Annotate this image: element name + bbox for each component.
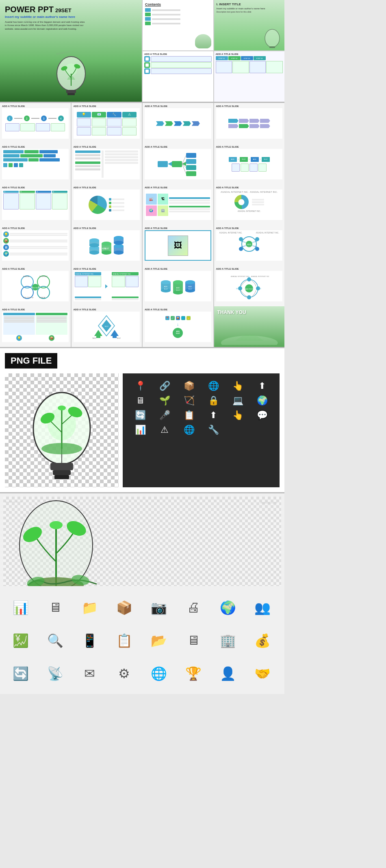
- slide-thumb-numbered-cards: ADD A TITLE SLIDE 01 02 03 04: [0, 184, 71, 225]
- thankyou-title: THANK YOU: [217, 310, 282, 315]
- color-icon-trophy: 🏆: [178, 658, 208, 689]
- svg-point-43: [255, 237, 259, 241]
- icon-leaf: 🌱: [154, 395, 175, 406]
- svg-point-83: [238, 286, 242, 290]
- svg-point-26: [89, 238, 99, 242]
- icon-box: 📦: [179, 381, 199, 391]
- slide-thumb-arrow-branches: ADD A TITLE SLIDE: [143, 144, 213, 184]
- contents-row-2: [145, 13, 211, 16]
- slide-thumb-thankyou: THANK YOU: [214, 306, 285, 347]
- svg-rect-2: [67, 93, 75, 95]
- hero-slide: POWER PPT 29SET Insert my subtitle or ma…: [0, 0, 142, 102]
- slides-row-4: ADD A TITLE SLIDE 💡 📦 🖥: [0, 225, 284, 266]
- svg-rect-14: [186, 159, 196, 164]
- contents-row-1: [145, 8, 211, 12]
- svg-rect-91: [96, 336, 100, 338]
- color-icon-folder: 📁: [74, 592, 105, 623]
- contents-title: Contents: [145, 2, 211, 7]
- svg-point-62: [161, 280, 171, 284]
- svg-point-72: [185, 280, 195, 284]
- slide-thumb-chevrons: ADD A TITLE SLIDE: [214, 103, 285, 144]
- color-icon-search: 🔍: [40, 625, 70, 656]
- svg-rect-101: [54, 475, 69, 479]
- svg-text:ASADAL INTERNET INC.: ASADAL INTERNET INC.: [231, 275, 249, 277]
- svg-text:ADD: ADD: [189, 286, 192, 288]
- slide-thumb-icon-grid: ADD A TITLE SLIDE 💡 📧 🔧 ⚠: [72, 103, 142, 144]
- svg-text:ASADAL: ASADAL: [39, 297, 46, 299]
- svg-rect-13: [186, 153, 196, 158]
- svg-point-117: [50, 521, 63, 529]
- color-icon-printer: 🖨: [178, 592, 208, 623]
- color-icon-sync: 🔄: [5, 658, 36, 689]
- svg-point-67: [173, 280, 183, 284]
- svg-text:ADD: ADD: [247, 243, 252, 246]
- color-icon-desktop: 🖥: [178, 625, 208, 656]
- svg-marker-90: [94, 330, 102, 336]
- right-slides-grid: Contents I. INSERT TITLE Insert my sub: [143, 0, 284, 102]
- icon-arrow: 🏹: [179, 395, 199, 406]
- svg-point-44: [239, 247, 243, 251]
- svg-rect-93: [113, 336, 117, 338]
- icon-location: 📍: [130, 381, 150, 391]
- icon-clipboard: 📋: [179, 410, 199, 421]
- slide-step-table: ADD A TITLE SLIDE STEP 01 STEP 02 STEP 0…: [214, 51, 285, 102]
- svg-rect-100: [53, 470, 71, 475]
- svg-point-45: [255, 247, 259, 251]
- svg-point-110: [41, 443, 82, 454]
- icon-lock: 🔒: [203, 395, 223, 406]
- svg-marker-92: [111, 330, 119, 336]
- color-icon-camera: 📷: [143, 592, 174, 623]
- color-icon-money: 💰: [247, 625, 278, 656]
- icon-refresh: 🔄: [130, 410, 150, 421]
- large-bulb-area: asadal.com asadal.com: [3, 497, 281, 586]
- svg-text:TEXT: TEXT: [188, 288, 193, 290]
- slide-thumb-cycle-diagram: ADD A TITLE SLIDE ASADAL INTERNET INC. A…: [214, 225, 285, 266]
- svg-text:TEXT: TEXT: [117, 337, 121, 339]
- svg-text:04: 04: [236, 288, 238, 290]
- svg-text:INTERNET: INTERNET: [39, 275, 48, 277]
- slide-contents: Contents: [143, 0, 213, 50]
- slide-thumb-image-boxes: ADD A TITLE SLIDE 🏭 🏗 🌍 🏢: [143, 184, 213, 225]
- svg-text:TEXT: TEXT: [104, 325, 109, 327]
- png-file-label: PNG FILE: [5, 353, 57, 369]
- slide-thumb-cycle-chart: ADD A TITLE SLIDE ASADAL INTERNET INC. A…: [214, 266, 285, 306]
- color-icon-box2: 📦: [109, 592, 139, 623]
- slides-row-5: ADD A TITLE SLIDE ADD TEXT ASADAL INTERN…: [0, 266, 284, 306]
- color-icon-monitor: 🖥: [40, 592, 70, 623]
- color-icon-mail: ✉: [74, 658, 105, 689]
- png-bulb-area: asadal.com: [5, 373, 119, 487]
- color-icon-mobile: 📱: [74, 625, 105, 656]
- svg-point-29: [102, 242, 111, 246]
- slide-table-list: ADD A TITLE SLIDE: [143, 51, 213, 102]
- svg-point-37: [114, 236, 124, 240]
- slide-thumb-text-boxes: ADD A TITLE SLIDE 💡: [0, 306, 71, 347]
- slide-thumb-donut-text: ADD A TITLE SLIDE ASADAL INTERNET INC. A…: [214, 184, 285, 225]
- icon-share: 🔗: [154, 381, 175, 391]
- svg-text:ADD TEXT: ADD TEXT: [31, 287, 39, 289]
- svg-text:ADD: ADD: [164, 286, 168, 288]
- slides-row-6: ADD A TITLE SLIDE 💡: [0, 306, 284, 347]
- svg-point-42: [239, 237, 243, 241]
- slide-thumb-arrow-table: ADD A TITLE SLIDE ASADAL INTERNET INC. A…: [72, 266, 142, 306]
- slide-thumb-add-text-center: ADD A TITLE SLIDE 📍 🔗 📦 🌐 👆 ↓ ADDTEXT: [143, 306, 213, 347]
- svg-text:TEXT: TEXT: [164, 288, 168, 290]
- color-icon-globe3: 🌍: [213, 592, 243, 623]
- svg-rect-8: [269, 46, 275, 48]
- icon-wrench: 🔧: [203, 425, 223, 435]
- slide-thumb-step-boxes: ADD A TITLE SLIDE ADD › TEXT › ADD › TEX…: [214, 144, 285, 184]
- slide-thumb-button-flow: ADD A TITLE SLIDE ADD TEXT ADD TEXT ADD …: [143, 266, 213, 306]
- icon-globe-hand: 🌐: [203, 381, 223, 391]
- icon-warning: ⚠: [154, 425, 175, 435]
- svg-text:ADD: ADD: [176, 287, 180, 289]
- color-icon-doc: 📋: [109, 625, 139, 656]
- icon-monitor: 🖥: [130, 395, 150, 406]
- color-icon-building: 🏢: [213, 625, 243, 656]
- svg-text:03: 03: [248, 297, 250, 299]
- svg-marker-10: [168, 162, 172, 166]
- slide-thumb-list-text: ADD A TITLE SLIDE: [72, 144, 142, 184]
- color-icon-people: 👥: [247, 592, 278, 623]
- svg-text:TEXT: TEXT: [104, 247, 109, 250]
- svg-point-7: [265, 29, 280, 47]
- svg-text:02: 02: [259, 288, 261, 290]
- icon-world: 🌍: [252, 395, 272, 406]
